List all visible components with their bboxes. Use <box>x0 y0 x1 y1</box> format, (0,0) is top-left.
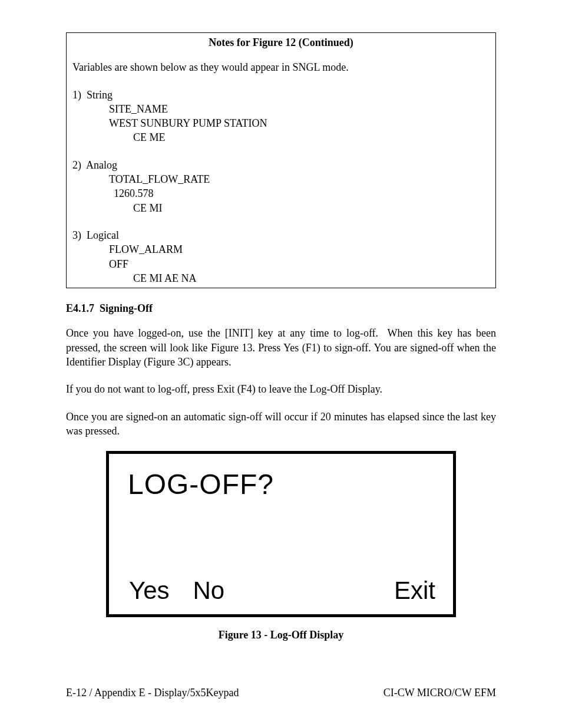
var-name: SITE_NAME <box>72 102 490 116</box>
var-name: FLOW_ALARM <box>72 242 490 256</box>
notes-intro: Variables are shown below as they would … <box>72 60 490 74</box>
footer-right: CI-CW MICRO/CW EFM <box>384 686 496 700</box>
section-heading: E4.1.7 Signing-Off <box>66 301 496 315</box>
var-value: 1260.578 <box>72 186 490 200</box>
notes-box: Notes for Figure 12 (Continued) Variable… <box>66 32 496 288</box>
footer-left: E-12 / Appendix E - Display/5x5Keypad <box>66 686 239 700</box>
softkey-exit: Exit <box>394 574 435 608</box>
softkey-yes: Yes <box>129 574 170 608</box>
var-type: String <box>87 89 113 101</box>
variable-block-2: 2) Analog TOTAL_FLOW_RATE 1260.578 CE MI <box>72 158 490 215</box>
var-num: 1) <box>72 89 81 101</box>
notes-title: Notes for Figure 12 (Continued) <box>72 35 490 50</box>
logoff-prompt: LOG-OFF? <box>128 466 274 504</box>
page-footer: E-12 / Appendix E - Display/5x5Keypad CI… <box>66 686 496 700</box>
softkey-no: No <box>193 574 225 608</box>
variable-block-3: 3) Logical FLOW_ALARM OFF CE MI AE NA <box>72 228 490 285</box>
paragraph-1: Once you have logged-on, use the [INIT] … <box>66 326 496 369</box>
logoff-display: LOG-OFF? Yes No Exit <box>106 451 456 617</box>
var-flags: CE MI AE NA <box>72 271 490 285</box>
variable-block-1: 1) String SITE_NAME WEST SUNBURY PUMP ST… <box>72 88 490 145</box>
var-name: TOTAL_FLOW_RATE <box>72 172 490 186</box>
var-num: 3) <box>72 229 81 241</box>
figure-caption: Figure 13 - Log-Off Display <box>66 628 496 642</box>
var-flags: CE MI <box>72 201 490 215</box>
paragraph-2: If you do not want to log-off, press Exi… <box>66 382 496 396</box>
var-flags: CE ME <box>72 130 490 144</box>
var-type: Logical <box>87 229 119 241</box>
paragraph-3: Once you are signed-on an automatic sign… <box>66 410 496 439</box>
var-value: WEST SUNBURY PUMP STATION <box>72 116 490 130</box>
var-value: OFF <box>72 257 490 271</box>
var-type: Analog <box>86 159 117 171</box>
var-num: 2) <box>72 159 81 171</box>
